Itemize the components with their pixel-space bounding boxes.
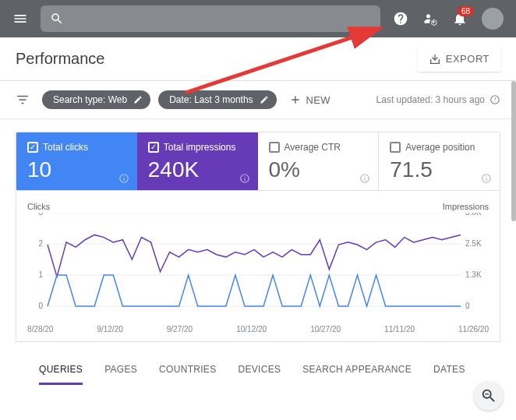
dimension-tabs: QUERIESPAGESCOUNTRIESDEVICESSEARCH APPEA… [16, 342, 500, 385]
download-icon [429, 53, 441, 65]
svg-text:2.5K: 2.5K [465, 239, 482, 248]
svg-text:2: 2 [38, 239, 43, 248]
checkbox-icon [269, 142, 280, 153]
scrollbar[interactable] [511, 81, 516, 221]
info-icon[interactable] [489, 94, 500, 105]
svg-text:3.8K: 3.8K [465, 213, 482, 217]
edit-icon [260, 95, 269, 104]
last-updated-text: Last updated: 3 hours ago [376, 94, 485, 105]
svg-point-1 [433, 21, 435, 23]
notifications-icon[interactable]: 68 [452, 11, 468, 26]
metric-value: 71.5 [390, 157, 489, 182]
page-header: Performance EXPORT [0, 37, 516, 81]
metric-average-position[interactable]: Average position 71.5 [379, 132, 500, 190]
performance-chart[interactable]: 0123 01.3K2.5K3.8K [27, 213, 489, 322]
chip-label: Search type: Web [53, 94, 127, 105]
date-chip[interactable]: Date: Last 3 months [158, 90, 276, 109]
avatar[interactable] [482, 8, 504, 30]
svg-text:1: 1 [38, 270, 43, 279]
metric-label: Average position [405, 142, 475, 153]
left-axis-label: Clicks [27, 202, 50, 211]
search-type-chip[interactable]: Search type: Web [42, 90, 150, 109]
info-icon[interactable] [239, 173, 250, 184]
filter-icon[interactable] [16, 93, 30, 107]
svg-text:0: 0 [465, 302, 470, 310]
tab-queries[interactable]: QUERIES [39, 364, 83, 385]
search-input[interactable] [41, 5, 380, 32]
page-title: Performance [16, 50, 105, 68]
metric-average-ctr[interactable]: Average CTR 0% [258, 132, 380, 190]
metric-label: Average CTR [285, 142, 341, 153]
help-icon[interactable] [393, 11, 408, 26]
tab-search appearance[interactable]: SEARCH APPEARANCE [302, 364, 412, 385]
info-icon[interactable] [118, 173, 129, 184]
zoom-out-button[interactable] [474, 381, 504, 411]
tab-pages[interactable]: PAGES [104, 364, 137, 385]
last-updated: Last updated: 3 hours ago [376, 94, 500, 105]
svg-rect-19 [485, 394, 489, 394]
metric-value: 0% [269, 157, 368, 182]
tab-devices[interactable]: DEVICES [238, 364, 281, 385]
metric-total-clicks[interactable]: Total clicks 10 [16, 132, 137, 190]
checkbox-icon [390, 142, 401, 153]
metric-value: 240K [148, 157, 247, 182]
app-header: 68 [0, 0, 516, 37]
filters-bar: Search type: Web Date: Last 3 months NEW… [0, 81, 516, 119]
checkbox-icon [27, 142, 38, 153]
plus-icon [289, 94, 302, 106]
info-icon[interactable] [359, 173, 370, 184]
checkbox-icon [148, 142, 159, 153]
info-icon[interactable] [481, 173, 492, 184]
metric-label: Total clicks [43, 142, 88, 153]
metric-label: Total impressions [164, 142, 236, 153]
export-button[interactable]: EXPORT [418, 47, 500, 72]
new-label: NEW [306, 94, 330, 106]
chip-label: Date: Last 3 months [169, 94, 253, 105]
export-label: EXPORT [446, 53, 489, 65]
svg-text:0: 0 [38, 302, 43, 310]
x-axis-labels: 8/28/209/12/209/27/2010/12/2010/27/2011/… [27, 322, 489, 338]
search-icon [50, 12, 64, 26]
metric-total-impressions[interactable]: Total impressions 240K [137, 132, 258, 190]
metric-value: 10 [27, 157, 126, 182]
search-field[interactable] [73, 12, 371, 25]
metrics-cards: Total clicks 10 Total impressions 240K A… [16, 132, 500, 191]
svg-text:3: 3 [38, 213, 43, 217]
chart-container: Clicks Impressions 0123 01.3K2.5K3.8K 8/… [16, 191, 500, 342]
svg-text:1.3K: 1.3K [465, 270, 482, 279]
menu-icon[interactable] [12, 11, 28, 26]
svg-point-0 [426, 14, 430, 18]
tab-dates[interactable]: DATES [433, 364, 465, 385]
users-settings-icon[interactable] [422, 11, 438, 26]
header-actions: 68 [393, 8, 504, 30]
right-axis-label: Impressions [443, 202, 489, 211]
edit-icon [133, 95, 143, 104]
notification-badge: 68 [458, 6, 474, 16]
new-filter-button[interactable]: NEW [285, 94, 330, 106]
tab-countries[interactable]: COUNTRIES [159, 364, 216, 385]
